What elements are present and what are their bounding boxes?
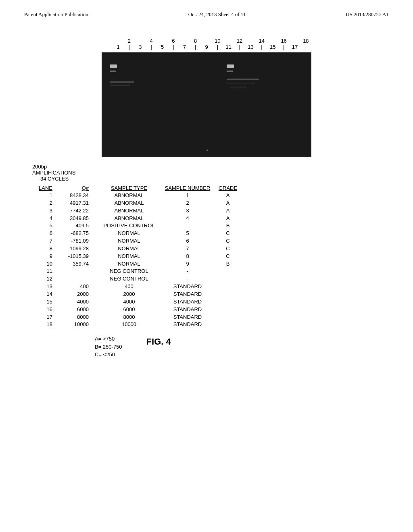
table-row: 11 NEG CONTROL - — [32, 268, 381, 275]
table-row: 9 -1015.39 NORMAL 8 C — [32, 253, 381, 260]
lane-numbers-top: 2 4 6 8 10 12 14 16 18 — [102, 38, 311, 44]
cell-sample-type: POSITIVE CONTROL — [97, 222, 161, 230]
cell-sample-number: STANDARD — [161, 306, 214, 314]
cell-sample-type: ABNORMAL — [97, 207, 161, 215]
cell-sample-type: 400 — [97, 283, 161, 291]
cell-sample-number: 3 — [161, 207, 214, 215]
cell-q — [60, 275, 97, 283]
cell-lane: 12 — [32, 275, 60, 283]
table-row: 17 8000 8000 STANDARD — [32, 314, 381, 321]
cell-grade: A — [214, 207, 242, 215]
cell-lane: 17 — [32, 314, 60, 321]
cell-grade: B — [214, 222, 242, 230]
cell-q: -1099.28 — [60, 245, 97, 253]
cell-sample-type: ABNORMAL — [97, 200, 161, 207]
cell-sample-type: NORMAL — [97, 237, 161, 245]
gel-image — [102, 52, 311, 157]
cell-sample-type: 8000 — [97, 314, 161, 321]
header-left: Patent Application Publication — [24, 11, 88, 18]
cell-sample-number: STANDARD — [161, 314, 214, 321]
cell-q: 10000 — [60, 321, 97, 328]
cell-grade: C — [214, 245, 242, 253]
cell-grade: C — [214, 230, 242, 237]
cell-lane: 1 — [32, 192, 60, 200]
cell-q: -1015.39 — [60, 253, 97, 260]
cell-lane: 5 — [32, 222, 60, 230]
cell-sample-type: 6000 — [97, 306, 161, 314]
grade-line-b: B= 250-750 — [95, 343, 122, 351]
cell-q: 409.5 — [60, 222, 97, 230]
cell-lane: 8 — [32, 245, 60, 253]
cell-sample-number: STANDARD — [161, 321, 214, 328]
page-header: Patent Application Publication Oct. 24, … — [0, 0, 413, 22]
cell-sample-type: NORMAL — [97, 245, 161, 253]
cell-grade: C — [214, 253, 242, 260]
cell-q: 3049.85 — [60, 215, 97, 222]
cell-grade: A — [214, 192, 242, 200]
cell-sample-type: NEG CONTROL — [97, 275, 161, 283]
col-header-grade: GRADE — [214, 185, 242, 191]
cell-q: 2000 — [60, 291, 97, 298]
cell-lane: 18 — [32, 321, 60, 328]
cell-q: 400 — [60, 283, 97, 291]
cell-grade — [214, 306, 242, 314]
cell-q: 359.74 — [60, 260, 97, 268]
table-row: 2 4917.31 ABNORMAL 2 A — [32, 200, 381, 207]
cell-grade — [214, 268, 242, 275]
cell-sample-number: 4 — [161, 215, 214, 222]
header-right: US 2013/280727 A1 — [346, 11, 389, 18]
info-section: 200bp AMPLIFICATIONS 34 CYCLES — [32, 164, 381, 182]
col-header-sample-number: SAMPLE NUMBER — [161, 185, 214, 191]
cell-sample-type: NEG CONTROL — [97, 268, 161, 275]
cell-sample-number: 6 — [161, 237, 214, 245]
cell-q — [60, 268, 97, 275]
table-row: 18 10000 10000 STANDARD — [32, 321, 381, 328]
cell-q: 4917.31 — [60, 200, 97, 207]
cell-lane: 3 — [32, 207, 60, 215]
table-row: 5 409.5 POSITIVE CONTROL B — [32, 222, 381, 230]
cell-sample-type: NORMAL — [97, 253, 161, 260]
cycles-label: 34 CYCLES — [32, 176, 381, 182]
cell-grade: B — [214, 260, 242, 268]
cell-grade — [214, 283, 242, 291]
main-content: 2 4 6 8 10 12 14 16 18 1 | 3 | 5 — [0, 22, 413, 375]
cell-sample-number: 5 — [161, 230, 214, 237]
cell-grade: A — [214, 200, 242, 207]
cell-q: 6000 — [60, 306, 97, 314]
cell-sample-number: - — [161, 275, 214, 283]
cell-lane: 16 — [32, 306, 60, 314]
grade-legend: A= >750 B= 250-750 C= <250 FIG. 4 — [95, 335, 381, 359]
table-row: 10 359.74 NORMAL 9 B — [32, 260, 381, 268]
cell-grade: A — [214, 215, 242, 222]
cell-grade — [214, 314, 242, 321]
cell-sample-number: - — [161, 268, 214, 275]
cell-lane: 4 — [32, 215, 60, 222]
fig-row: A= >750 B= 250-750 C= <250 FIG. 4 — [95, 335, 381, 359]
table-row: 7 -781.09 NORMAL 6 C — [32, 237, 381, 245]
amplifications-label: AMPLIFICATIONS — [32, 170, 381, 176]
table-row: 3 7742.22 ABNORMAL 3 A — [32, 207, 381, 215]
cell-sample-number: 1 — [161, 192, 214, 200]
col-header-lane: LANE — [32, 185, 60, 191]
cell-grade — [214, 298, 242, 306]
col-header-q: Q# — [60, 185, 97, 191]
cell-sample-type: 4000 — [97, 298, 161, 306]
cell-sample-number: STANDARD — [161, 283, 214, 291]
lane-numbers-bottom: 1 | 3 | 5 | 7 | 9 | 11 | 13 | 15 | 17 | — [102, 44, 311, 50]
cell-lane: 2 — [32, 200, 60, 207]
table-body: 1 8428.34 ABNORMAL 1 A 2 4917.31 ABNORMA… — [32, 192, 381, 328]
grade-lines: A= >750 B= 250-750 C= <250 — [95, 335, 122, 359]
cell-sample-number: 8 — [161, 253, 214, 260]
cell-q: -682.75 — [60, 230, 97, 237]
gel-section: 2 4 6 8 10 12 14 16 18 1 | 3 | 5 — [32, 38, 381, 157]
cell-sample-number: STANDARD — [161, 291, 214, 298]
cell-grade: C — [214, 237, 242, 245]
cell-lane: 9 — [32, 253, 60, 260]
cell-sample-number: 2 — [161, 200, 214, 207]
table-row: 8 -1099.28 NORMAL 7 C — [32, 245, 381, 253]
cell-q: 7742.22 — [60, 207, 97, 215]
cell-lane: 15 — [32, 298, 60, 306]
cell-sample-number: STANDARD — [161, 298, 214, 306]
table-row: 6 -682.75 NORMAL 5 C — [32, 230, 381, 237]
table-row: 14 2000 2000 STANDARD — [32, 291, 381, 298]
